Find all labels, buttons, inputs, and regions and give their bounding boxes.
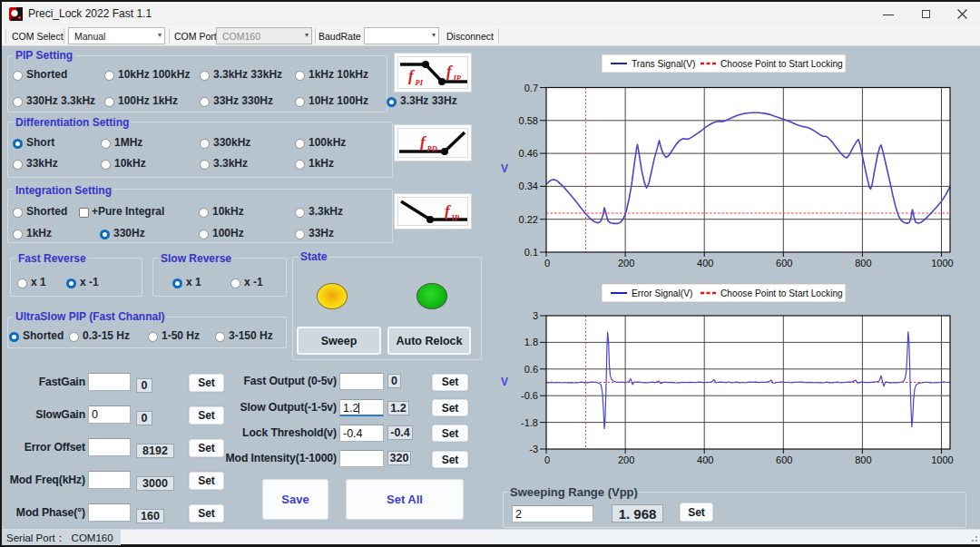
svg-text:0.22: 0.22: [519, 214, 538, 225]
svg-text:Choose Point to Start Locking: Choose Point to Start Locking: [720, 288, 843, 298]
svg-text:200: 200: [618, 454, 634, 465]
svg-text:-3: -3: [529, 444, 538, 454]
svg-text:800: 800: [855, 454, 871, 465]
svg-text:0.34: 0.34: [519, 181, 538, 191]
svg-text:0.58: 0.58: [519, 115, 538, 126]
svg-text:200: 200: [618, 258, 634, 269]
svg-text:400: 400: [697, 454, 713, 465]
svg-text:600: 600: [776, 454, 792, 465]
svg-text:3: 3: [533, 310, 538, 321]
svg-text:IP: IP: [453, 73, 462, 83]
svg-text:1.8: 1.8: [524, 337, 538, 347]
svg-text:PD: PD: [427, 144, 437, 153]
svg-text:600: 600: [776, 258, 792, 269]
svg-text:Choose Point to Start Locking: Choose Point to Start Locking: [720, 59, 843, 69]
svg-text:-1.8: -1.8: [521, 417, 538, 428]
svg-text:PI: PI: [416, 78, 424, 87]
svg-text:0.6: 0.6: [524, 364, 538, 375]
svg-text:-0.6: -0.6: [521, 390, 538, 401]
svg-text:Error Signal(V): Error Signal(V): [632, 288, 692, 298]
svg-text:0.1: 0.1: [524, 247, 538, 258]
svg-text:400: 400: [697, 258, 713, 269]
svg-text:Trans Signal(V): Trans Signal(V): [632, 59, 695, 69]
svg-text:0: 0: [544, 258, 550, 269]
svg-text:0.46: 0.46: [519, 148, 538, 159]
svg-text:IP: IP: [451, 213, 460, 222]
svg-text:1000: 1000: [931, 258, 953, 269]
svg-text:V: V: [501, 376, 508, 388]
svg-text:0.7: 0.7: [524, 83, 538, 93]
svg-text:1000: 1000: [931, 454, 953, 465]
svg-text:0: 0: [544, 454, 550, 465]
svg-text:V: V: [501, 162, 508, 175]
svg-text:800: 800: [855, 258, 871, 269]
